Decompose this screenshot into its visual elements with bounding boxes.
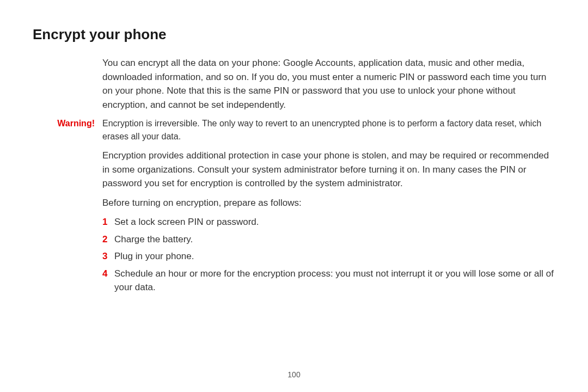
page-number: 100 bbox=[287, 370, 300, 379]
intro-paragraph: You can encrypt all the data on your pho… bbox=[102, 56, 555, 112]
list-text: Set a lock screen PIN or password. bbox=[114, 215, 555, 229]
paragraph-protection: Encryption provides additional protectio… bbox=[102, 149, 555, 191]
intro-paragraph-block: You can encrypt all the data on your pho… bbox=[102, 56, 555, 112]
list-item: 3 Plug in your phone. bbox=[102, 249, 555, 264]
prepare-intro: Before turning on encryption, prepare as… bbox=[102, 196, 555, 210]
warning-label: Warning! bbox=[33, 117, 102, 130]
list-text: Charge the battery. bbox=[114, 232, 555, 247]
page-heading: Encrypt your phone bbox=[33, 26, 555, 43]
list-item: 4 Schedule an hour or more for the encry… bbox=[102, 267, 555, 295]
warning-block: Warning! Encryption is irreversible. The… bbox=[33, 117, 555, 143]
body-block: Encryption provides additional protectio… bbox=[102, 149, 555, 295]
warning-text: Encryption is irreversible. The only way… bbox=[102, 117, 555, 143]
list-item: 2 Charge the battery. bbox=[102, 232, 555, 247]
list-item: 1 Set a lock screen PIN or password. bbox=[102, 215, 555, 229]
list-text: Schedule an hour or more for the encrypt… bbox=[114, 267, 555, 295]
list-text: Plug in your phone. bbox=[114, 249, 555, 264]
list-number: 1 bbox=[102, 215, 114, 229]
list-number: 3 bbox=[102, 249, 114, 264]
steps-list: 1 Set a lock screen PIN or password. 2 C… bbox=[102, 215, 555, 295]
list-number: 4 bbox=[102, 267, 114, 281]
list-number: 2 bbox=[102, 232, 114, 247]
